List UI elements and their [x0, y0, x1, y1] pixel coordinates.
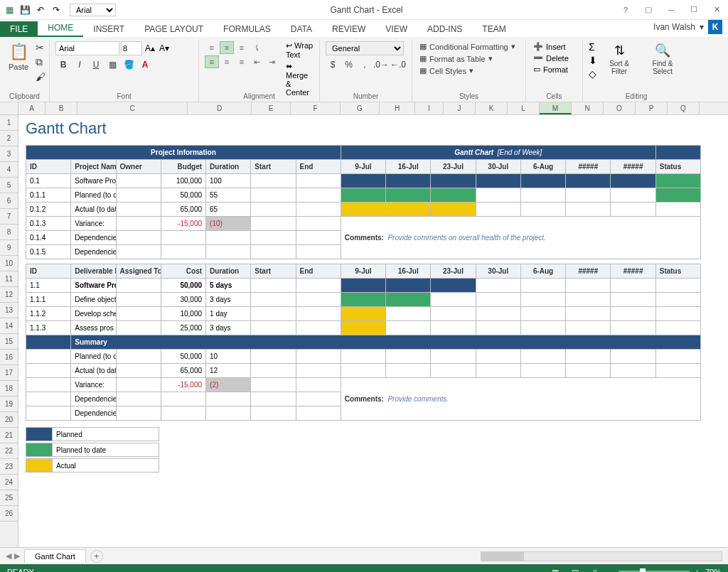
row-header-14[interactable]: 14 — [0, 318, 18, 334]
row-header-21[interactable]: 21 — [0, 428, 18, 443]
row-header-10[interactable]: 10 — [0, 256, 18, 271]
align-right-icon[interactable]: ≡ — [235, 55, 249, 68]
percent-icon[interactable]: % — [341, 58, 355, 72]
col-header-H[interactable]: H — [380, 102, 415, 114]
ribbon-collapse-icon[interactable]: ▢ — [640, 4, 657, 16]
zoom-out-icon[interactable]: − — [608, 568, 612, 572]
decrease-decimal-icon[interactable]: ←.0 — [390, 58, 406, 72]
zoom-level[interactable]: 70% — [705, 568, 721, 572]
align-center-icon[interactable]: ≡ — [220, 55, 234, 68]
insert-cells-button[interactable]: ➕ Insert — [532, 41, 577, 52]
paste-button[interactable]: 📋 Paste — [6, 41, 31, 72]
merge-center-button[interactable]: ⬌ Merge & Center — [286, 62, 314, 97]
align-top-icon[interactable]: ≡ — [205, 41, 219, 54]
col-header-F[interactable]: F — [291, 102, 341, 114]
align-middle-icon[interactable]: ≡ — [220, 41, 234, 54]
col-header-D[interactable]: D — [188, 102, 252, 114]
tab-formulas[interactable]: FORMULAS — [213, 21, 281, 37]
zoom-in-icon[interactable]: + — [695, 568, 700, 572]
col-header-E[interactable]: E — [252, 102, 291, 114]
add-sheet-button[interactable]: + — [90, 550, 103, 563]
sheet-nav-prev-icon[interactable]: ◀ — [6, 551, 11, 561]
autosum-icon[interactable]: Σ — [589, 41, 597, 53]
tab-team[interactable]: TEAM — [472, 21, 515, 37]
row-header-8[interactable]: 8 — [0, 225, 18, 240]
tab-review[interactable]: REVIEW — [322, 21, 375, 37]
col-header-C[interactable]: C — [77, 102, 188, 114]
close-icon[interactable]: ✕ — [708, 4, 725, 16]
currency-icon[interactable]: $ — [326, 58, 340, 72]
horizontal-scrollbar[interactable] — [481, 551, 722, 561]
clear-icon[interactable]: ◇ — [589, 68, 597, 80]
increase-decimal-icon[interactable]: .0→ — [373, 58, 389, 72]
row-header-2[interactable]: 2 — [0, 131, 18, 146]
minimize-icon[interactable]: ─ — [663, 4, 680, 16]
row-header-20[interactable]: 20 — [0, 412, 18, 428]
row-header-1[interactable]: 1 — [0, 115, 18, 131]
row-header-13[interactable]: 13 — [0, 303, 18, 318]
row-header-3[interactable]: 3 — [0, 146, 18, 162]
row-header-19[interactable]: 19 — [0, 396, 18, 412]
row-header-24[interactable]: 24 — [0, 475, 18, 490]
fill-color-button[interactable]: 🪣 — [121, 58, 136, 72]
col-header-A[interactable]: A — [18, 102, 46, 114]
maximize-icon[interactable]: ☐ — [685, 4, 702, 16]
font-size-input[interactable] — [121, 41, 142, 55]
wrap-text-button[interactable]: ↩ Wrap Text — [286, 41, 314, 59]
col-header-N[interactable]: N — [572, 102, 604, 114]
row-header-7[interactable]: 7 — [0, 209, 18, 225]
row-header-25[interactable]: 25 — [0, 490, 18, 506]
row-header-5[interactable]: 5 — [0, 178, 18, 193]
row-header-16[interactable]: 16 — [0, 350, 18, 365]
row-header-23[interactable]: 23 — [0, 459, 18, 475]
col-header-M[interactable]: M — [540, 102, 572, 114]
cell-styles-button[interactable]: ▦Cell Styles ▾ — [418, 65, 520, 76]
normal-view-icon[interactable]: ▦ — [548, 566, 562, 572]
page-break-view-icon[interactable]: ▯ — [588, 566, 602, 572]
bold-button[interactable]: B — [55, 58, 71, 72]
row-header-22[interactable]: 22 — [0, 443, 18, 459]
row-header-9[interactable]: 9 — [0, 240, 18, 256]
col-header-I[interactable]: I — [415, 102, 444, 114]
page-layout-view-icon[interactable]: ▤ — [568, 566, 582, 572]
tab-file[interactable]: FILE — [0, 21, 38, 37]
row-header-17[interactable]: 17 — [0, 365, 18, 381]
font-name-input[interactable] — [55, 41, 119, 55]
number-format-select[interactable]: General — [326, 41, 404, 55]
col-header-K[interactable]: K — [476, 102, 508, 114]
delete-cells-button[interactable]: ➖ Delete — [532, 53, 577, 63]
decrease-font-icon[interactable]: A▾ — [158, 42, 171, 55]
sort-filter-button[interactable]: ⇅ Sort & Filter — [600, 41, 638, 80]
tab-view[interactable]: VIEW — [375, 21, 417, 37]
undo-icon[interactable]: ↶ — [34, 4, 47, 16]
tab-home[interactable]: HOME — [38, 20, 83, 37]
qat-font-select[interactable]: Arial — [70, 4, 116, 16]
italic-button[interactable]: I — [72, 58, 87, 72]
border-button[interactable]: ▦ — [105, 58, 120, 72]
underline-button[interactable]: U — [88, 58, 104, 72]
row-header-11[interactable]: 11 — [0, 271, 18, 287]
format-painter-icon[interactable]: 🖌 — [34, 70, 47, 83]
col-header-O[interactable]: O — [604, 102, 636, 114]
fill-icon[interactable]: ⬇ — [589, 55, 597, 66]
col-header-Q[interactable]: Q — [668, 102, 700, 114]
user-area[interactable]: Ivan Walsh ▾ K — [648, 17, 728, 37]
indent-decrease-icon[interactable]: ⇤ — [250, 55, 264, 68]
increase-font-icon[interactable]: A▴ — [144, 42, 156, 55]
col-header-B[interactable]: B — [46, 102, 77, 114]
tab-data[interactable]: DATA — [281, 21, 322, 37]
save-icon[interactable]: 💾 — [18, 4, 31, 16]
excel-icon[interactable]: ▦ — [3, 4, 16, 16]
col-header-P[interactable]: P — [636, 102, 668, 114]
col-header-L[interactable]: L — [508, 102, 540, 114]
font-color-button[interactable]: A — [137, 58, 153, 72]
col-header-J[interactable]: J — [444, 102, 476, 114]
row-header-18[interactable]: 18 — [0, 381, 18, 396]
indent-increase-icon[interactable]: ⇥ — [264, 55, 279, 68]
format-as-table-button[interactable]: ▦Format as Table ▾ — [418, 53, 520, 64]
find-select-button[interactable]: 🔍 Find & Select — [641, 41, 684, 80]
col-header-G[interactable]: G — [341, 102, 380, 114]
sheet-tab-gantt[interactable]: Gantt Chart — [24, 549, 86, 563]
align-left-icon[interactable]: ≡ — [205, 55, 219, 68]
tab-addins[interactable]: ADD-INS — [417, 21, 472, 37]
